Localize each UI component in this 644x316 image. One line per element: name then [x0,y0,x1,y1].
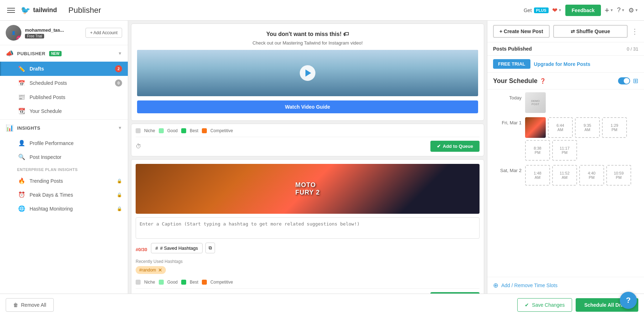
more-options-button[interactable]: ⋮ [631,27,638,36]
competitive-label-2: Competitive [210,280,233,285]
time-slot[interactable]: 11:52AM [552,165,577,186]
good-dot-2 [159,280,164,285]
time-slot[interactable]: 1:48AM [525,165,550,186]
scheduled-thumbnail: DEMOPOST [525,92,546,113]
scheduled-icon: 📅 [18,80,25,87]
save-changes-button[interactable]: ✔ Save Changes [517,298,572,312]
sidebar-item-label: Profile Performance [30,140,74,146]
help-button[interactable]: ?▼ [617,6,625,14]
hamburger-button[interactable] [6,6,16,14]
posts-published-label: Posts Published [493,46,532,52]
sidebar-item-published[interactable]: 📰 Published Posts [0,90,128,104]
checkmark-icon: ✔ [437,144,441,149]
day-label: Fri, Mar 1 [493,117,522,125]
sidebar-item-profile-performance[interactable]: 👤 Profile Performance [0,136,128,150]
remove-tag-button[interactable]: ✕ [158,267,162,273]
lock-icon: 🔒 [117,206,122,211]
get-plus-area: Get PLUS [524,7,549,13]
play-triangle-icon [305,69,311,77]
bottom-bar: 🗑 Remove All ✔ Save Changes Schedule All… [0,294,644,316]
saved-hashtags-button[interactable]: # # Saved Hashtags [151,243,203,253]
sidebar-item-post-inspector[interactable]: 🔍 Post Inspector [0,150,128,164]
time-slot[interactable]: 1:29PM [602,117,627,138]
promo-title: You don't want to miss this! 🏷 [137,31,478,37]
moto-fury-image: MOTOFURY 2 [136,164,480,214]
chevron-down-icon: ▼ [610,8,613,12]
sidebar-item-trending[interactable]: 🔥 Trending Posts 🔒 [0,174,128,188]
instagram-badge: 📷 [16,36,21,41]
peak-icon: ⏰ [18,191,25,198]
hashtag-row: #0/30 # # Saved Hashtags ⧉ [136,243,480,256]
insights-icon: 📊 [6,124,14,132]
niche-dot-2 [136,280,141,285]
time-slot[interactable]: 9:35AM [575,117,600,138]
good-label: Good [167,128,178,133]
add-account-button[interactable]: + Add Account [85,28,122,38]
settings-button[interactable]: ⚙▼ [628,6,638,14]
sidebar-item-drafts[interactable]: ✏️ Drafts 2 [0,62,128,76]
time-slot[interactable]: 11:17PM [552,140,577,161]
caption-input[interactable] [136,217,480,239]
free-trial-button[interactable]: FREE TRIAL [493,59,530,69]
chevron-down-icon: ▼ [621,8,625,12]
publisher-label: PUBLISHER [17,51,46,56]
sidebar-item-label: Peak Days & Times [30,192,73,198]
content-area: You don't want to miss this! 🏷 Check out… [128,21,644,294]
demo-post-thumb: DEMOPOST [525,92,546,113]
day-row-fri-mar1: Fri, Mar 1 6:44AM 9:35AM 1:29PM 8:38PM 1… [493,117,638,161]
promo-card: You don't want to miss this! 🏷 Check out… [131,24,484,121]
insights-section: 📊 INSIGHTS ▼ 👤 Profile Performance 🔍 Pos… [0,119,128,216]
time-slot[interactable]: 8:38PM [525,140,550,161]
best-dot-2 [181,280,186,285]
remove-all-button[interactable]: 🗑 Remove All [6,298,54,312]
new-badge: NEW [49,51,62,56]
schedule-scroll: Today DEMOPOST Fri, Mar 1 [487,89,644,193]
sidebar-item-peak-days[interactable]: ⏰ Peak Days & Times 🔒 [0,188,128,202]
sidebar-item-hashtag-monitoring[interactable]: 🌐 Hashtag Monitoring 🔒 [0,202,128,216]
card-footer-2: ⏱ ✔ Add to Queue [136,288,480,294]
time-slot[interactable]: 6:44AM [548,117,573,138]
sidebar: 👤 📷 mohammed_tas... Free Trial + Add Acc… [0,21,128,294]
day-label: Sat, Mar 2 [493,165,522,173]
feedback-button[interactable]: Feedback [565,5,601,16]
upgrade-link[interactable]: Upgrade for More Posts [534,61,591,67]
insights-section-header[interactable]: 📊 INSIGHTS ▼ [0,120,128,136]
day-slots-fri: 6:44AM 9:35AM 1:29PM 8:38PM 11:17PM [525,117,638,161]
plus-badge: PLUS [534,7,549,13]
hash-icon: # [156,245,158,251]
sidebar-item-scheduled[interactable]: 📅 Scheduled Posts 0 [0,76,128,90]
inspector-icon: 🔍 [18,154,25,160]
top-header: 🐦 tailwind Publisher Get PLUS ❤ ▼ Feedba… [0,0,644,21]
grid-view-button[interactable]: ⊞ [633,77,638,85]
heart-button[interactable]: ❤ ▼ [552,6,562,14]
schedule-help-button[interactable]: ❓ [540,78,546,84]
toggle-knob [624,78,629,84]
add-button[interactable]: +▼ [604,6,613,15]
calendar-toggle[interactable] [618,77,630,84]
competitive-label: Competitive [210,128,233,133]
tailwind-bird-icon: 🐦 [21,6,30,15]
play-button[interactable] [300,65,315,81]
card-footer-1: ⏱ ✔ Add to Queue [136,137,480,152]
sidebar-item-your-schedule[interactable]: 📆 Your Schedule [0,104,128,118]
time-slot[interactable]: 10:59PM [606,165,631,186]
hashtag-legend-2: Niche Good Best Competitive [136,280,480,285]
shuffle-queue-button[interactable]: ⇄ Shuffle Queue [553,25,628,38]
right-panel: + Create New Post ⇄ Shuffle Queue ⋮ Post… [487,21,644,294]
publisher-section-header[interactable]: 📣 PUBLISHER NEW ▼ [0,45,128,62]
hashtag-legend: Niche Good Best Competitive [136,128,480,133]
time-slot[interactable]: 4:40PM [579,165,604,186]
copy-button[interactable]: ⧉ [205,243,215,253]
schedule-calendar: Today DEMOPOST Fri, Mar 1 [487,89,644,277]
add-to-queue-button-1[interactable]: ✔ Add to Queue [430,141,480,152]
logo-area: 🐦 tailwind [21,6,57,15]
help-bubble[interactable]: ? [620,292,637,309]
sidebar-item-label: Published Posts [30,94,65,100]
timer-icon: ⏱ [136,143,141,150]
watch-video-button[interactable]: Watch Video Guide [137,100,478,113]
niche-label: Niche [144,128,155,133]
page-title: Publisher [68,6,101,15]
day-row-today: Today DEMOPOST [493,92,638,113]
create-new-post-button[interactable]: + Create New Post [493,25,550,38]
add-remove-time-slots[interactable]: ⊕ Add / Remove Time Slots [487,277,644,294]
